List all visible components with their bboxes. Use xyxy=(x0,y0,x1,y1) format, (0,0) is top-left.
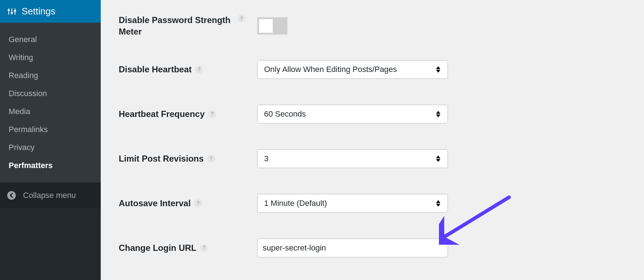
row-change-login-url: Change Login URL ? xyxy=(119,239,619,257)
sidebar-item-reading[interactable]: Reading xyxy=(0,67,101,85)
sidebar-item-general[interactable]: General xyxy=(0,31,101,49)
select-caret-icon xyxy=(436,66,441,73)
label-autosave-interval: Autosave Interval ? xyxy=(119,198,257,209)
svg-point-6 xyxy=(7,191,16,200)
select-value: Only Allow When Editing Posts/Pages xyxy=(264,65,397,74)
help-icon[interactable]: ? xyxy=(194,199,202,207)
sidebar-item-discussion[interactable]: Discussion xyxy=(0,85,101,103)
svg-rect-0 xyxy=(8,8,9,14)
toggle-disable-password-strength-meter[interactable] xyxy=(257,17,287,35)
select-caret-icon xyxy=(436,199,441,207)
settings-sliders-icon xyxy=(7,7,17,16)
label-text: Heartbeat Frequency xyxy=(119,108,205,120)
label-text: Disable Password Strength Meter xyxy=(119,14,234,38)
help-icon[interactable]: ? xyxy=(200,244,208,252)
select-limit-post-revisions[interactable]: 3 xyxy=(257,149,448,168)
sidebar-item-media[interactable]: Media xyxy=(0,103,101,121)
sidebar-item-permalinks[interactable]: Permalinks xyxy=(0,121,101,139)
settings-main-panel: Disable Password Strength Meter ? Disabl… xyxy=(101,0,644,280)
sidebar-section-title: Settings xyxy=(22,6,55,17)
help-icon[interactable]: ? xyxy=(237,14,245,22)
input-change-login-url[interactable] xyxy=(257,239,448,257)
select-disable-heartbeat[interactable]: Only Allow When Editing Posts/Pages xyxy=(257,60,448,79)
svg-rect-2 xyxy=(12,8,12,14)
collapse-menu-button[interactable]: Collapse menu xyxy=(0,182,101,208)
label-heartbeat-frequency: Heartbeat Frequency ? xyxy=(119,108,257,120)
sidebar-item-perfmatters[interactable]: Perfmatters xyxy=(0,157,101,175)
svg-rect-1 xyxy=(8,9,10,10)
sidebar-submenu: General Writing Reading Discussion Media… xyxy=(0,23,101,182)
toggle-knob xyxy=(259,19,273,33)
help-icon[interactable]: ? xyxy=(208,110,216,118)
label-text: Change Login URL xyxy=(119,242,196,254)
help-icon[interactable]: ? xyxy=(195,66,203,73)
select-caret-icon xyxy=(436,110,441,118)
sidebar-section-settings[interactable]: Settings xyxy=(0,0,101,23)
label-change-login-url: Change Login URL ? xyxy=(119,242,257,254)
sidebar-filler xyxy=(0,208,101,280)
label-text: Disable Heartbeat xyxy=(119,64,192,75)
row-autosave-interval: Autosave Interval ? 1 Minute (Default) xyxy=(119,194,619,213)
row-heartbeat-frequency: Heartbeat Frequency ? 60 Seconds xyxy=(119,105,619,123)
label-disable-password-strength-meter: Disable Password Strength Meter ? xyxy=(119,14,257,38)
collapse-arrow-icon xyxy=(6,190,17,200)
sidebar-item-writing[interactable]: Writing xyxy=(0,49,101,67)
help-icon[interactable]: ? xyxy=(207,155,215,163)
label-text: Limit Post Revisions xyxy=(119,153,204,164)
svg-rect-3 xyxy=(11,12,13,13)
admin-sidebar: Settings General Writing Reading Discuss… xyxy=(0,0,101,280)
select-value: 1 Minute (Default) xyxy=(264,199,327,208)
row-disable-heartbeat: Disable Heartbeat ? Only Allow When Edit… xyxy=(119,60,619,79)
label-text: Autosave Interval xyxy=(119,198,191,209)
svg-rect-5 xyxy=(14,10,16,11)
label-disable-heartbeat: Disable Heartbeat ? xyxy=(119,64,257,75)
row-limit-post-revisions: Limit Post Revisions ? 3 xyxy=(119,149,619,168)
sidebar-item-privacy[interactable]: Privacy xyxy=(0,139,101,157)
select-caret-icon xyxy=(436,155,441,163)
select-autosave-interval[interactable]: 1 Minute (Default) xyxy=(257,194,448,213)
label-limit-post-revisions: Limit Post Revisions ? xyxy=(119,153,257,164)
select-value: 60 Seconds xyxy=(264,109,306,119)
row-disable-password-strength-meter: Disable Password Strength Meter ? xyxy=(119,14,619,38)
select-value: 3 xyxy=(264,154,268,163)
collapse-menu-label: Collapse menu xyxy=(23,191,76,200)
select-heartbeat-frequency[interactable]: 60 Seconds xyxy=(257,105,448,123)
